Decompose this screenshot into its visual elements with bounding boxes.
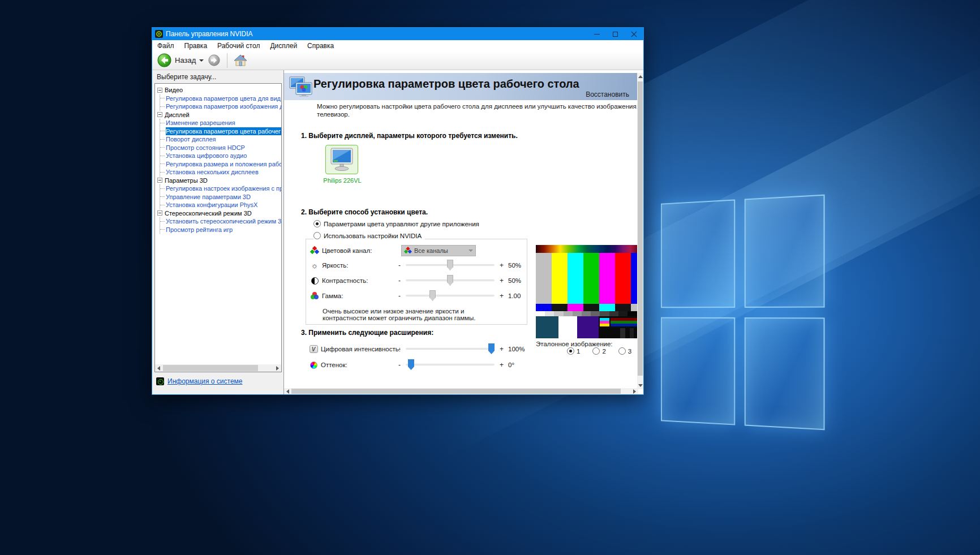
spectrum-strip <box>536 245 638 253</box>
scrollbar-thumb[interactable] <box>638 81 643 376</box>
scroll-left-icon[interactable] <box>284 388 291 394</box>
tree-item[interactable]: Регулировка параметров изображения д <box>160 102 281 111</box>
monitor-icon <box>329 148 355 171</box>
gamma-note: Очень высокое или низкое значение яркост… <box>323 308 475 321</box>
scroll-left-icon[interactable] <box>155 364 162 372</box>
brightness-value: 50% <box>508 262 521 269</box>
tree-category-3d[interactable]: Параметры 3D <box>157 177 281 185</box>
tree-item[interactable]: Поворот дисплея <box>160 135 281 144</box>
tree-item[interactable]: Установить стереоскопический режим 3 <box>160 217 281 226</box>
tree-category-video[interactable]: Видео <box>157 86 281 94</box>
color-channel-row: Цветовой канал: <box>310 245 372 256</box>
slider-thumb[interactable] <box>408 359 414 370</box>
digital-vibrance-slider <box>406 343 495 354</box>
forward-button[interactable] <box>208 54 220 66</box>
tree-item[interactable]: Регулировка параметров цвета для вид <box>160 94 281 103</box>
minimize-button[interactable] <box>587 28 606 40</box>
back-button[interactable] <box>157 53 171 67</box>
tree-item[interactable]: Установка конфигурации PhysX <box>160 201 281 209</box>
reference-option-2[interactable]: 2 <box>592 347 605 355</box>
reference-option-1[interactable]: 1 <box>567 347 580 355</box>
nvidia-app-icon <box>155 30 163 38</box>
back-button-label[interactable]: Назад <box>175 56 196 64</box>
scroll-right-icon[interactable] <box>274 364 281 372</box>
close-icon <box>631 31 637 37</box>
section3-heading: 3. Применить следующие расширения: <box>301 329 433 337</box>
slider-plus: + <box>500 292 504 300</box>
slider-thumb[interactable] <box>429 290 436 301</box>
tree-item[interactable]: Регулировка размера и положения рабо <box>160 160 281 169</box>
tree-horizontal-scrollbar[interactable] <box>155 364 281 372</box>
radio-other-applications[interactable]: Параметрами цвета управляют другие прило… <box>313 220 479 227</box>
brightness-row: ☼ Яркость: <box>310 260 348 271</box>
contrast-row: Контрастность: <box>310 275 368 286</box>
main-content: Регулировка параметров цвета рабочего ст… <box>283 70 643 394</box>
digital-vibrance-row: V Цифровая интенсивность: <box>309 343 401 355</box>
minimize-icon <box>594 34 600 35</box>
radio-icon <box>313 232 321 239</box>
titlebar[interactable]: Панель управления NVIDIA <box>152 28 643 40</box>
brightness-icon: ☼ <box>310 261 319 270</box>
menu-help[interactable]: Справка <box>302 40 339 51</box>
gamma-row: Гамма: <box>310 290 343 302</box>
slider-thumb[interactable] <box>488 343 495 354</box>
maximize-icon <box>613 32 618 37</box>
display-tile-selected[interactable] <box>325 145 358 174</box>
page-title: Регулировка параметров цвета рабочего ст… <box>313 78 579 91</box>
tree-item[interactable]: Установка цифрового аудио <box>160 152 281 160</box>
close-button[interactable] <box>625 28 643 40</box>
reference-option-3[interactable]: 3 <box>618 347 631 355</box>
color-channel-icon <box>404 247 412 255</box>
scroll-right-icon[interactable] <box>631 388 638 394</box>
menu-file[interactable]: Файл <box>152 40 179 51</box>
slider-thumb[interactable] <box>447 260 453 270</box>
back-history-dropdown-icon[interactable] <box>199 59 204 62</box>
main-horizontal-scrollbar[interactable] <box>284 388 638 394</box>
slider-minus: - <box>398 292 401 300</box>
tree-item-selected[interactable]: Регулировка параметров цвета рабочег <box>160 127 281 136</box>
tree-item[interactable]: Установка нескольких дисплеев <box>160 168 281 177</box>
maximize-button[interactable] <box>606 28 625 40</box>
system-info-link[interactable]: Информация о системе <box>167 377 242 385</box>
collapse-icon[interactable] <box>157 178 162 183</box>
radio-icon <box>567 347 574 355</box>
color-channel-dropdown[interactable]: Все каналы <box>401 245 476 256</box>
collapse-icon[interactable] <box>157 112 162 117</box>
main-vertical-scrollbar[interactable] <box>637 73 643 389</box>
tree-item[interactable]: Управление параметрами 3D <box>160 193 281 201</box>
system-info-row[interactable]: Информация о системе <box>156 377 242 385</box>
scrollbar-thumb[interactable] <box>291 389 621 394</box>
reference-image-label: Эталонное изображение: <box>536 341 613 347</box>
radio-icon <box>313 220 321 227</box>
desktop-wallpaper: Панель управления NVIDIA Файл Правка Раб… <box>0 0 980 555</box>
task-tree-panel: Видео Регулировка параметров цвета для в… <box>154 83 282 372</box>
home-button[interactable] <box>233 54 248 67</box>
collapse-icon[interactable] <box>157 210 162 216</box>
menu-edit[interactable]: Правка <box>179 40 213 51</box>
scroll-up-icon[interactable] <box>637 73 643 80</box>
tree-item[interactable]: Просмотр рейтинга игр <box>160 226 281 234</box>
tree-item[interactable]: Просмотр состояния HDCP <box>160 144 281 152</box>
tree-category-stereo[interactable]: Стереоскопический режим 3D <box>157 209 281 218</box>
menu-desktop[interactable]: Рабочий стол <box>212 40 265 51</box>
gamma-icon <box>310 291 319 300</box>
menu-bar: Файл Правка Рабочий стол Дисплей Справка <box>152 40 643 51</box>
castellation-row <box>536 304 638 311</box>
sidebar-caption: Выберите задачу... <box>152 70 283 83</box>
digital-vibrance-value: 100% <box>508 346 525 352</box>
slider-minus: - <box>398 361 401 369</box>
nvidia-control-panel-window: Панель управления NVIDIA Файл Правка Раб… <box>152 27 644 395</box>
restore-link[interactable]: Восстановить <box>586 91 629 98</box>
brightness-slider <box>406 260 495 270</box>
collapse-icon[interactable] <box>157 88 162 93</box>
radio-use-nvidia-settings[interactable]: Использовать настройки NVIDIA <box>313 232 425 239</box>
tree-category-display[interactable]: Дисплей <box>157 111 281 119</box>
menu-display[interactable]: Дисплей <box>265 40 302 51</box>
slider-thumb[interactable] <box>447 275 453 286</box>
radio-icon <box>592 347 600 355</box>
slider-plus: + <box>500 361 504 369</box>
tree-item[interactable]: Регулировка настроек изображения с пр <box>160 184 281 193</box>
color-settings-icon <box>289 76 313 97</box>
tree-item[interactable]: Изменение разрешения <box>160 119 281 127</box>
scrollbar-thumb[interactable] <box>163 365 258 371</box>
